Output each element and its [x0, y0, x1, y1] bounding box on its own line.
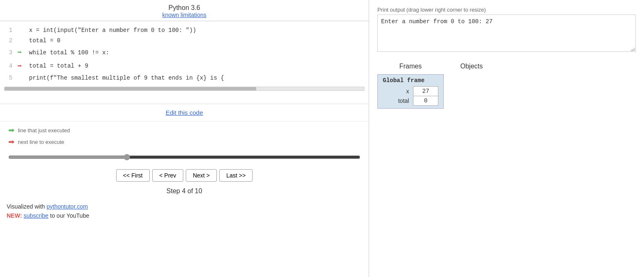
line-arrow-2 — [17, 36, 27, 46]
frames-objects: Frames Global frame x 27 total 0 — [377, 63, 636, 109]
line-arrow-1 — [17, 25, 27, 36]
legend-green-arrow: ➡ — [8, 126, 15, 135]
footer-visualized: Visualized with pythontutor.com — [7, 203, 362, 210]
line-code-1: x = int(input("Enter a number from 0 to … — [29, 25, 196, 36]
print-output-text: Enter a number from 0 to 100: 27 — [381, 18, 493, 25]
variable-row-x: x 27 — [383, 87, 438, 96]
next-button[interactable]: Next > — [186, 169, 217, 182]
legend-red-arrow: ➡ — [8, 137, 15, 146]
legend-green: ➡ line that just executed — [8, 126, 360, 135]
objects-column: Objects — [460, 63, 483, 109]
footer-new: NEW: subscribe to our YouTube — [7, 212, 362, 219]
last-button[interactable]: Last >> — [219, 169, 253, 182]
legend-green-label: line that just executed — [18, 127, 70, 134]
python-version-title: Python 3.6 — [0, 4, 369, 12]
print-output-section: Print output (drag lower right corner to… — [377, 7, 636, 52]
new-badge: NEW: — [7, 212, 24, 219]
subscribe-link[interactable]: subscribe — [24, 212, 49, 219]
line-code-5: print(f"The smallest multiple of 9 that … — [29, 73, 224, 83]
code-line-5: 5 print(f"The smallest multiple of 9 tha… — [0, 73, 369, 83]
variable-row-total: total 0 — [383, 96, 438, 106]
code-header: Python 3.6 known limitations — [0, 0, 369, 21]
code-line-1: 1 x = int(input("Enter a number from 0 t… — [0, 25, 369, 36]
frame-variables-table: x 27 total 0 — [383, 86, 438, 106]
code-scrollbar[interactable] — [4, 87, 365, 91]
legend-red: ➡ next line to execute — [8, 137, 360, 146]
line-arrow-4-red: ➡ — [17, 60, 27, 73]
line-number-5: 5 — [4, 73, 12, 83]
line-code-4: total = total + 9 — [29, 61, 88, 71]
var-val-x: 27 — [413, 87, 438, 96]
line-arrow-3-green: ➡ — [17, 46, 27, 59]
left-panel: Python 3.6 known limitations 1 x = int(i… — [0, 0, 369, 277]
code-lines: 1 x = int(input("Enter a number from 0 t… — [0, 25, 369, 83]
frames-header: Frames — [399, 63, 422, 70]
objects-header: Objects — [460, 63, 483, 70]
first-button[interactable]: << First — [116, 169, 150, 182]
resize-corner-icon[interactable]: ↙ — [630, 46, 634, 51]
line-code-2: total = 0 — [29, 36, 61, 46]
line-number-4: 4 — [4, 61, 12, 71]
line-number-1: 1 — [4, 25, 12, 36]
step-slider[interactable] — [8, 154, 360, 160]
frames-column: Frames Global frame x 27 total 0 — [377, 63, 444, 109]
subscribe-suffix: to our YouTube — [49, 212, 89, 219]
visualized-text: Visualized with — [7, 203, 46, 210]
edit-code-link[interactable]: Edit this code — [165, 109, 203, 116]
code-area: 1 x = int(input("Enter a number from 0 t… — [0, 21, 369, 104]
right-panel: Print output (drag lower right corner to… — [369, 0, 644, 277]
footer-area: Visualized with pythontutor.com NEW: sub… — [0, 200, 369, 222]
print-output-box[interactable]: Enter a number from 0 to 100: 27 ↙ — [377, 15, 636, 52]
legend-area: ➡ line that just executed ➡ next line to… — [0, 121, 369, 151]
var-val-total: 0 — [413, 96, 438, 106]
line-code-3: while total % 100 != x: — [29, 48, 109, 58]
slider-area — [0, 151, 369, 165]
prev-button[interactable]: < Prev — [152, 169, 183, 182]
global-frame-title: Global frame — [383, 77, 438, 84]
code-line-4: 4 ➡ total = total + 9 — [0, 60, 369, 73]
edit-link-area: Edit this code — [0, 104, 369, 121]
line-arrow-5 — [17, 73, 27, 83]
known-limitations-link[interactable]: known limitations — [162, 12, 207, 18]
code-line-2: 2 total = 0 — [0, 36, 369, 46]
line-number-2: 2 — [4, 36, 12, 46]
nav-buttons: << First < Prev Next > Last >> — [0, 165, 369, 186]
var-name-total: total — [383, 96, 413, 106]
line-number-3: 3 — [4, 48, 12, 58]
pythontutor-link[interactable]: pythontutor.com — [46, 203, 88, 210]
print-output-label: Print output (drag lower right corner to… — [377, 7, 636, 13]
step-label: Step 4 of 10 — [0, 186, 369, 200]
code-line-3: 3 ➡ while total % 100 != x: — [0, 46, 369, 59]
var-name-x: x — [383, 87, 413, 96]
legend-red-label: next line to execute — [18, 139, 64, 145]
global-frame: Global frame x 27 total 0 — [377, 74, 444, 109]
